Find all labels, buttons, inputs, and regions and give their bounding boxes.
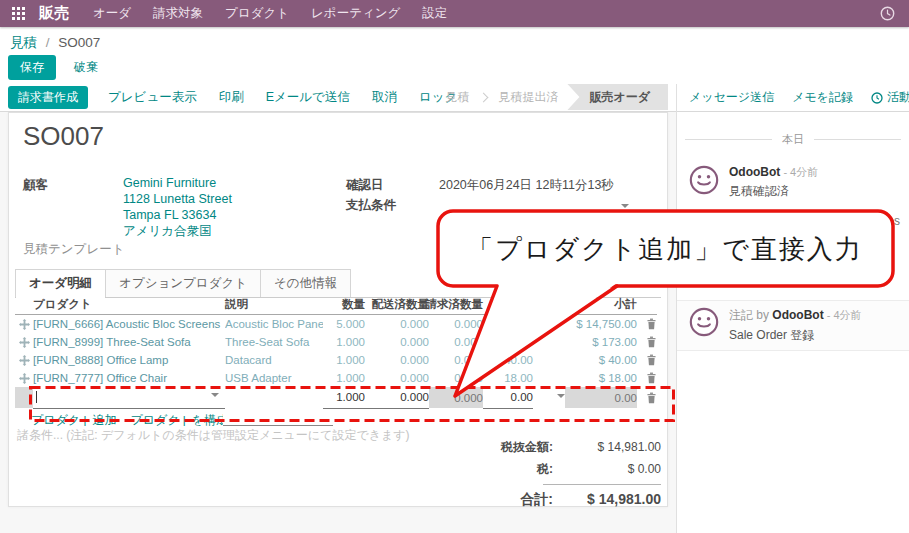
drag-handle[interactable] [15,315,33,333]
delete-line-button[interactable] [637,333,657,351]
product-dropdown-icon[interactable] [211,393,219,401]
trash-icon [646,392,657,404]
topnav-item[interactable]: 請求対象 [153,5,203,22]
message-header: 注記 by OdooBot - 4分前 [729,307,862,324]
clock-icon [871,92,883,104]
topnav-item[interactable]: オーダ [93,5,131,22]
drag-handle-icon [19,337,30,348]
create-invoice-button[interactable]: 請求書作成 [8,86,88,109]
description-cell[interactable]: Three-Seat Sofa [225,333,323,351]
tax-dropdown-icon[interactable] [557,394,565,402]
new-line-delivered-input[interactable]: 0.000 [365,387,429,409]
message-author[interactable]: OdooBot [729,165,780,179]
unit-price-cell[interactable]: 18.00 [483,369,533,387]
drag-handle[interactable] [15,351,33,369]
new-line-unit-price-input[interactable]: 0.00 [483,387,533,409]
product-cell[interactable]: [FURN_8888] Office Lamp [33,351,225,369]
trash-icon [646,354,657,366]
invoiced-cell: 0.000 [429,315,483,333]
delete-line-button[interactable] [637,369,657,387]
customer-address-link[interactable]: Gemini Furniture1128 Lunetta StreetTampa… [123,175,232,239]
product-cell[interactable]: [FURN_7777] Office Chair [33,369,225,387]
customer-address-line[interactable]: Tampa FL 33634 [123,207,232,223]
delivered-cell[interactable]: 0.000 [365,369,429,387]
tab-2[interactable]: オプションプロダクト [105,269,261,297]
new-line-product-input[interactable] [33,387,225,409]
customer-address-line[interactable]: Gemini Furniture [123,175,232,191]
tax-cell[interactable] [533,369,565,387]
action-link[interactable]: プレビュー表示 [108,89,197,106]
tax-cell[interactable] [533,333,565,351]
description-cell[interactable]: USB Adapter [225,369,323,387]
drag-handle[interactable] [15,333,33,351]
tax-cell[interactable] [533,315,565,333]
qty-cell[interactable]: 1.000 [323,351,365,369]
schedule-activity-button[interactable]: 活動をスケジュール [871,89,909,106]
delete-line-button[interactable] [637,315,657,333]
topnav-item[interactable]: 設定 [422,5,447,22]
new-line-row[interactable]: 1.0000.0000.0000.000.00 [15,387,657,408]
description-cell[interactable]: Datacard [225,351,323,369]
new-line-qty-input[interactable]: 1.000 [323,387,365,409]
product-cell[interactable]: [FURN_6666] Acoustic Bloc Screens [33,315,225,333]
send-message-button[interactable]: メッセージ送信 [689,89,774,106]
trash-icon [646,372,657,384]
status-step-2[interactable]: 見積提出済 [489,89,567,106]
breadcrumb-quotations-link[interactable]: 見積 [10,35,37,50]
topnav-item[interactable]: プロダクト [225,5,289,22]
inline-note-input[interactable] [223,410,333,426]
log-note-button[interactable]: メモを記録 [792,89,853,106]
table-row[interactable]: [FURN_6666] Acoustic Bloc ScreensAcousti… [15,315,657,333]
invoiced-cell: 0.000 [429,369,483,387]
new-line-description-input[interactable] [225,387,323,408]
column-header-tax: 税 [533,295,565,314]
qty-cell[interactable]: 1.000 [323,333,365,351]
product-cell[interactable]: [FURN_8999] Three-Seat Sofa [33,333,225,351]
unit-price-cell[interactable]: 40.00 [483,351,533,369]
app-name[interactable]: 販売 [39,4,69,23]
tab-3[interactable]: その他情報 [260,269,351,297]
delete-line-button[interactable] [637,387,657,408]
delivered-cell[interactable]: 0.000 [365,333,429,351]
order-reference: SO007 [23,121,104,152]
terms-placeholder[interactable]: 諸条件... (注記: デフォルトの条件は管理設定メニューにて設定できます) [17,427,410,444]
message-author[interactable]: OdooBot [772,308,823,322]
tab-1[interactable]: オーダ明細 [15,269,106,297]
untaxed-amount-row: 税抜金額: $ 14,981.00 [401,439,661,456]
delete-line-button[interactable] [637,351,657,369]
divider-line [814,139,901,140]
column-header-delivered: 配送済数量 [365,295,429,314]
table-row[interactable]: [FURN_8888] Office LampDatacard1.0000.00… [15,351,657,369]
action-link[interactable]: 取消 [372,89,397,106]
customer-address-line[interactable]: アメリカ合衆国 [123,223,232,239]
activities-clock-icon[interactable] [880,6,895,21]
action-link[interactable]: 印刷 [219,89,244,106]
unit-price-cell[interactable]: 2,950.00 [483,315,533,333]
status-step-3[interactable]: 販売オーダ [567,84,668,110]
unit-price-cell[interactable]: 173.00 [483,333,533,351]
payment-terms-dropdown-icon[interactable] [621,204,629,212]
delivered-cell[interactable]: 0.000 [365,315,429,333]
subtotal-cell: $ 14,750.00 [565,315,637,333]
new-line-tax-dropdown[interactable] [533,387,565,408]
qty-cell[interactable]: 1.000 [323,369,365,387]
subtotal-cell: $ 40.00 [565,351,637,369]
drag-handle[interactable] [15,369,33,387]
action-link[interactable]: Eメールで送信 [266,89,350,106]
description-cell[interactable]: Acoustic Bloc Panel [225,315,323,333]
notebook-tabs: オーダ明細オプションプロダクトその他情報 [15,269,661,298]
delivered-cell[interactable]: 0.000 [365,351,429,369]
table-row[interactable]: [FURN_8999] Three-Seat SofaThree-Seat So… [15,333,657,351]
customer-address-line[interactable]: 1128 Lunetta Street [123,191,232,207]
qty-cell[interactable]: 5.000 [323,315,365,333]
save-button[interactable]: 保存 [8,55,56,80]
totals-block: 税抜金額: $ 14,981.00 税: $ 0.00 合計: $ 14,981… [401,439,661,514]
topnav-item[interactable]: レポーティング [311,5,400,22]
odoobot-avatar [689,165,719,195]
table-row[interactable]: [FURN_7777] Office ChairUSB Adapter1.000… [15,369,657,387]
tax-cell[interactable] [533,351,565,369]
apps-grid-icon[interactable] [12,7,25,20]
discard-button[interactable]: 破棄 [74,59,98,76]
status-step-1[interactable]: 見積 [436,89,478,106]
subtotal-cell: $ 18.00 [565,369,637,387]
